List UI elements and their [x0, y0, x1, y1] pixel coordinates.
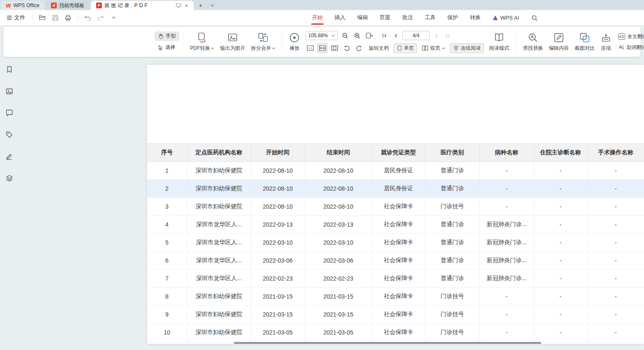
print-icon[interactable] — [63, 13, 73, 23]
table-cell: 8 — [147, 288, 187, 306]
sign-pen-icon[interactable] — [3, 151, 15, 162]
table-cell: - — [534, 198, 587, 216]
single-page-button[interactable]: 单页 — [394, 43, 417, 53]
layers-icon[interactable] — [3, 172, 15, 184]
full-translate-button[interactable]: A文 全文翻译 — [616, 32, 644, 41]
table-cell: 门诊挂号 — [425, 198, 479, 216]
ribbon-tab-开始[interactable]: 开始 — [306, 10, 329, 25]
find-replace-button[interactable]: 查找替换 — [520, 31, 546, 54]
ribbon-tab-转换[interactable]: 转换 — [464, 10, 487, 25]
table-cell: 新冠肺炎门诊... — [479, 216, 534, 234]
fit-page-button[interactable] — [330, 43, 340, 53]
pdf-convert-icon — [197, 32, 208, 43]
ribbon-tab-批注[interactable]: 批注 — [396, 10, 419, 25]
document-tab-title: 就医记录.PDF — [104, 2, 173, 9]
zoom-in-button[interactable] — [352, 31, 362, 41]
save-icon[interactable] — [50, 13, 60, 23]
single-page-label: 单页 — [404, 45, 414, 52]
ribbon-tab-页面[interactable]: 页面 — [374, 10, 396, 25]
ribbon-tab-保护[interactable]: 保护 — [441, 10, 464, 25]
rotate-right-button[interactable] — [354, 43, 364, 53]
first-page-button[interactable] — [380, 31, 390, 41]
fit-window-button[interactable] — [364, 31, 374, 41]
split-merge-label: 拆分合并 — [251, 45, 271, 52]
table-cell: 社会保障卡 — [372, 252, 425, 270]
previous-page-button[interactable] — [391, 31, 401, 41]
bookmark-icon[interactable] — [3, 64, 15, 75]
thumbnail-icon[interactable] — [3, 85, 15, 97]
read-mode-button[interactable]: 阅读模式 — [486, 31, 512, 54]
split-merge-button[interactable]: 拆分合并 — [248, 31, 278, 54]
actual-size-button[interactable]: 1:1 — [305, 43, 315, 53]
undo-icon[interactable] — [83, 13, 93, 23]
view-controls: 105.88% — [305, 31, 484, 53]
continuous-read-button[interactable]: 连续阅读 — [450, 43, 484, 53]
table-header-cell: 定点医药机构名称 — [187, 144, 251, 162]
table-cell: - — [534, 270, 587, 288]
close-tab-icon[interactable]: × — [184, 3, 189, 8]
table-cell: 2021-03-15 — [305, 288, 372, 306]
table-cell: - — [587, 252, 644, 270]
export-image-button[interactable]: 输出为图片 — [217, 31, 248, 54]
page-indicator-input[interactable] — [402, 31, 430, 40]
rotate-document-label[interactable]: 旋转文档 — [366, 43, 392, 53]
table-cell: 深圳市龙华区人... — [187, 216, 251, 234]
table-header-cell: 病种名称 — [479, 144, 534, 162]
table-cell: - — [587, 288, 644, 306]
ribbon-tab-WPS AI[interactable]: WPS AI — [487, 10, 525, 25]
play-button[interactable]: 播放 — [286, 31, 303, 54]
table-cell: - — [587, 270, 644, 288]
zoom-select[interactable]: 105.88% — [305, 31, 338, 40]
last-page-button[interactable] — [442, 31, 452, 41]
table-cell: - — [534, 306, 587, 324]
find-replace-icon — [527, 32, 538, 43]
word-translate-button[interactable]: 划词翻译 — [616, 43, 644, 52]
double-page-button[interactable]: 双页 — [419, 43, 448, 53]
table-cell: 2022-03-13 — [251, 216, 305, 234]
table-row: 6深圳市龙华区人...2022-03-062022-03-06社会保障卡普通门诊… — [147, 252, 644, 270]
history-chevron-icon[interactable] — [109, 13, 119, 23]
table-row: 5深圳市龙华区人...2022-03-102022-03-10社会保障卡普通门诊… — [147, 234, 644, 252]
ribbon-tab-插入[interactable]: 插入 — [329, 10, 351, 25]
table-cell: - — [587, 324, 644, 342]
book-icon — [494, 32, 505, 43]
fit-width-button[interactable] — [317, 43, 327, 53]
compress-label: 压缩 — [601, 45, 611, 52]
new-tab-button[interactable]: + — [196, 1, 205, 10]
compress-button[interactable]: 压缩 — [598, 31, 614, 54]
comment-icon[interactable] — [3, 107, 15, 119]
next-page-button[interactable] — [431, 31, 441, 41]
screenshot-compare-button[interactable]: 截图对比 — [572, 31, 598, 54]
tag-icon[interactable] — [3, 129, 15, 141]
device-monitor-icon — [176, 3, 181, 8]
horizontal-scrollbar-thumb[interactable] — [234, 342, 541, 344]
pdf-convert-button[interactable]: PDF转换 — [187, 31, 217, 54]
tab-list-chevron-icon[interactable] — [208, 1, 216, 10]
file-menu-button[interactable]: 文件 — [4, 13, 28, 23]
hand-tool-button[interactable]: 手型 — [155, 31, 179, 41]
rotate-left-button[interactable] — [342, 43, 352, 53]
table-cell: 2021-03-05 — [251, 324, 305, 342]
ribbon-tab-label: 开始 — [312, 14, 323, 21]
tab-docer-templates[interactable]: d 找稿壳模板 — [46, 1, 89, 10]
chevron-down-icon — [332, 35, 335, 37]
tab-document-active[interactable]: P 就医记录.PDF × — [91, 1, 194, 10]
tab-wps-office-home[interactable]: W WPS Office — [1, 1, 44, 10]
hamburger-icon — [7, 15, 12, 20]
table-cell: - — [587, 198, 644, 216]
cursor-icon — [158, 45, 163, 51]
redo-icon[interactable] — [96, 13, 106, 23]
table-cell: - — [534, 162, 587, 180]
ribbon-tab-工具[interactable]: 工具 — [419, 10, 441, 25]
open-folder-icon[interactable] — [37, 13, 47, 23]
medical-record-table: 序号定点医药机构名称开始时间结束时间就诊凭证类型医疗类别病种名称住院主诊断名称手… — [147, 143, 644, 342]
ribbon-tab-编辑[interactable]: 编辑 — [351, 10, 374, 25]
select-tool-button[interactable]: 选择 — [155, 43, 179, 52]
edit-content-button[interactable]: 编辑内容 — [546, 31, 572, 54]
table-header-cell: 序号 — [147, 144, 187, 162]
zoom-out-button[interactable] — [340, 31, 350, 41]
table-cell: 2022-03-10 — [251, 234, 305, 252]
table-cell: - — [479, 324, 534, 342]
search-icon[interactable] — [530, 13, 540, 23]
docer-icon: d — [51, 3, 57, 8]
